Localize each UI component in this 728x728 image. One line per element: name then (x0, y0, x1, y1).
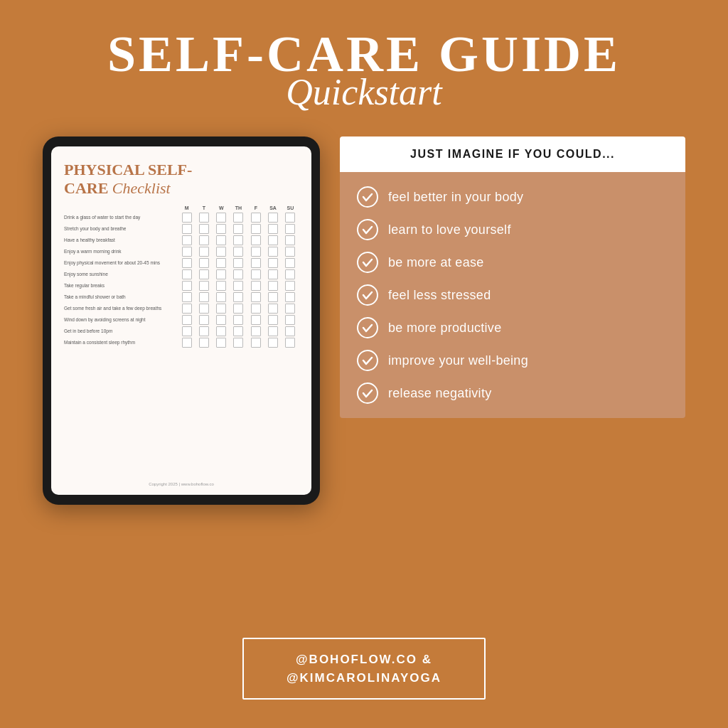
checklist-box[interactable] (216, 269, 226, 279)
checklist-box[interactable] (285, 326, 295, 336)
checklist-box[interactable] (199, 292, 209, 302)
checklist-box[interactable] (251, 247, 261, 257)
checklist-box[interactable] (285, 247, 295, 257)
checklist-box[interactable] (216, 281, 226, 291)
checklist-box[interactable] (233, 326, 243, 336)
checklist-box[interactable] (182, 213, 192, 223)
list-item: release negativity (357, 382, 668, 404)
checklist-box[interactable] (285, 224, 295, 234)
checklist-box[interactable] (199, 235, 209, 245)
checklist-box[interactable] (182, 326, 192, 336)
grid-empty (64, 205, 178, 210)
checklist-box[interactable] (285, 213, 295, 223)
grid-day-su: SU (282, 205, 299, 210)
checklist-box[interactable] (233, 304, 243, 314)
checklist-box[interactable] (182, 235, 192, 245)
checklist-box[interactable] (182, 247, 192, 257)
checklist-box[interactable] (268, 304, 278, 314)
imagine-item-text: feel better in your body (388, 190, 523, 205)
checklist-box[interactable] (268, 281, 278, 291)
checklist-box[interactable] (251, 304, 261, 314)
checklist-box[interactable] (199, 326, 209, 336)
checklist-box[interactable] (285, 258, 295, 268)
tablet-device: PHYSICAL SELF-CARE Checklist M T W TH F … (43, 136, 320, 505)
checklist-box[interactable] (182, 258, 192, 268)
checklist-box[interactable] (285, 292, 295, 302)
checklist-box[interactable] (268, 326, 278, 336)
checklist-box[interactable] (268, 235, 278, 245)
checklist-box[interactable] (216, 315, 226, 325)
checklist-box[interactable] (233, 247, 243, 257)
checklist-box[interactable] (268, 224, 278, 234)
checklist-box[interactable] (251, 338, 261, 348)
checklist-box[interactable] (216, 213, 226, 223)
checklist-box[interactable] (182, 269, 192, 279)
checklist-box[interactable] (251, 258, 261, 268)
checklist-box[interactable] (233, 292, 243, 302)
checklist-box[interactable] (199, 213, 209, 223)
checklist-box[interactable] (251, 292, 261, 302)
checklist-box[interactable] (199, 304, 209, 314)
checklist-box[interactable] (251, 269, 261, 279)
checklist-box[interactable] (182, 292, 192, 302)
checklist-box[interactable] (199, 281, 209, 291)
checklist-box[interactable] (233, 315, 243, 325)
table-row: Have a healthy breakfast (64, 235, 299, 245)
checklist-box[interactable] (268, 338, 278, 348)
checklist-box[interactable] (182, 281, 192, 291)
checklist-box[interactable] (285, 269, 295, 279)
checklist-box[interactable] (251, 326, 261, 336)
checklist-box[interactable] (199, 269, 209, 279)
footer-box: @BOHOFLOW.CO & @KIMCAROLINAYOGA (242, 638, 486, 700)
checklist-box[interactable] (199, 258, 209, 268)
checklist-item-label: Get in bed before 10pm (64, 328, 178, 334)
checklist-box[interactable] (268, 292, 278, 302)
checklist-box[interactable] (216, 292, 226, 302)
checklist-box[interactable] (285, 304, 295, 314)
checklist-title: PHYSICAL SELF-CARE Checklist (64, 161, 299, 198)
checklist-item-label: Enjoy some sunshine (64, 272, 178, 277)
checklist-box[interactable] (216, 304, 226, 314)
checklist-box[interactable] (251, 235, 261, 245)
checklist-box[interactable] (268, 258, 278, 268)
checklist-box[interactable] (182, 304, 192, 314)
checklist-box[interactable] (251, 315, 261, 325)
checklist-box[interactable] (182, 338, 192, 348)
checklist-box[interactable] (268, 315, 278, 325)
checklist-box[interactable] (268, 269, 278, 279)
checklist-box[interactable] (233, 269, 243, 279)
checklist-box[interactable] (216, 326, 226, 336)
checklist-script: Checklist (112, 179, 171, 197)
checklist-box[interactable] (233, 281, 243, 291)
checklist-box[interactable] (251, 213, 261, 223)
table-row: Enjoy a warm morning drink (64, 247, 299, 257)
checklist-box[interactable] (182, 224, 192, 234)
checklist-box[interactable] (216, 235, 226, 245)
checklist-box[interactable] (285, 338, 295, 348)
checklist-box[interactable] (182, 315, 192, 325)
checklist-box[interactable] (199, 247, 209, 257)
checklist-box[interactable] (268, 247, 278, 257)
checklist-item-label: Maintain a consistent sleep rhythm (64, 340, 178, 346)
checklist-box[interactable] (285, 281, 295, 291)
checklist-box[interactable] (199, 315, 209, 325)
checklist-box[interactable] (251, 224, 261, 234)
checklist-box[interactable] (233, 235, 243, 245)
checklist-box[interactable] (199, 338, 209, 348)
checklist-box[interactable] (216, 247, 226, 257)
checklist-box[interactable] (251, 281, 261, 291)
checklist-box[interactable] (199, 224, 209, 234)
check-svg (362, 355, 373, 366)
checklist-box[interactable] (233, 338, 243, 348)
checklist-box[interactable] (216, 258, 226, 268)
checklist-box[interactable] (285, 315, 295, 325)
checklist-box[interactable] (216, 224, 226, 234)
checklist-box[interactable] (268, 213, 278, 223)
checklist-box[interactable] (233, 224, 243, 234)
table-row: Take a mindful shower or bath (64, 292, 299, 302)
checklist-box[interactable] (216, 338, 226, 348)
checklist-box[interactable] (285, 235, 295, 245)
checklist-box[interactable] (233, 258, 243, 268)
imagine-item-text: be more productive (388, 321, 501, 336)
checklist-box[interactable] (233, 213, 243, 223)
